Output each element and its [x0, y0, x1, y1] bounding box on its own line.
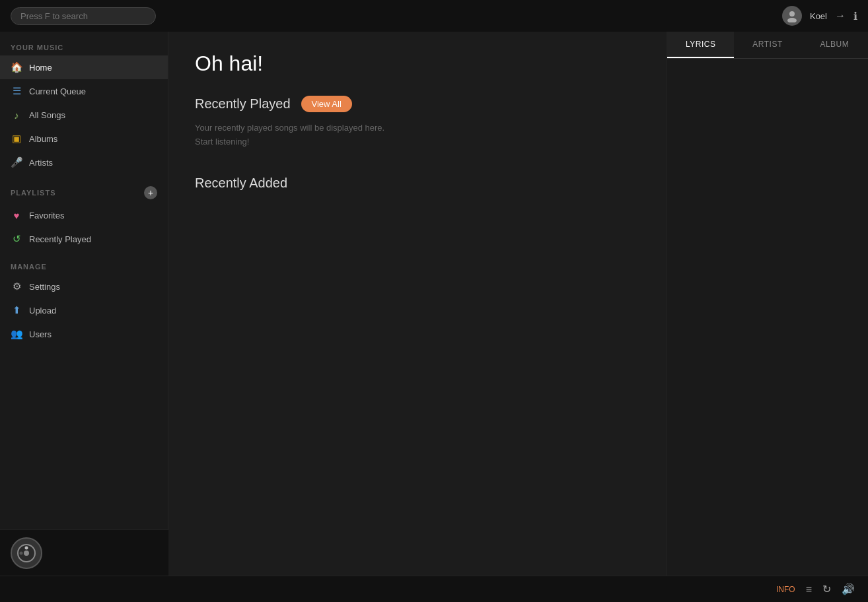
topbar-right: Koel → ℹ: [782, 6, 857, 26]
recently-played-empty-message: Your recently played songs will be displ…: [195, 121, 640, 149]
info-label[interactable]: INFO: [776, 585, 795, 594]
svg-point-0: [789, 11, 795, 17]
sidebar-item-upload[interactable]: ⬆ Upload: [0, 298, 168, 322]
sidebar-upload-label: Upload: [29, 306, 56, 316]
sidebar-artists-label: Artists: [29, 158, 53, 168]
sidebar-item-albums[interactable]: ▣ Albums: [0, 127, 168, 150]
main-content: Oh hai! Recently Played View All Your re…: [168, 32, 667, 576]
sidebar-item-home[interactable]: 🏠 Home: [0, 55, 168, 79]
svg-point-4: [25, 546, 28, 549]
page-title: Oh hai!: [195, 51, 640, 76]
volume-icon[interactable]: 🔊: [842, 583, 855, 595]
equalizer-icon[interactable]: ≡: [806, 584, 812, 595]
sidebar-item-users[interactable]: 👥 Users: [0, 322, 168, 346]
svg-point-5: [20, 551, 23, 554]
right-panel-content: [667, 59, 868, 576]
recently-played-section-header: Recently Played View All: [195, 96, 640, 112]
tab-album[interactable]: ALBUM: [801, 32, 868, 58]
upload-icon: ⬆: [11, 304, 22, 316]
sidebar-favorites-label: Favorites: [29, 211, 64, 220]
manage-label: MANAGE: [0, 251, 168, 275]
recently-added-title: Recently Added: [195, 176, 287, 191]
sidebar-item-recently-played[interactable]: ↺ Recently Played: [0, 227, 168, 251]
sidebar-item-current-queue[interactable]: ☰ Current Queue: [0, 79, 168, 103]
favorites-icon: ♥: [11, 209, 22, 221]
main-layout: YOUR MUSIC 🏠 Home ☰ Current Queue ♪ All …: [0, 32, 868, 576]
add-playlist-button[interactable]: +: [144, 186, 157, 199]
topbar: Koel → ℹ: [0, 0, 868, 32]
recently-played-title: Recently Played: [195, 96, 291, 112]
username-label: Koel: [810, 11, 827, 21]
playlists-label: PLAYLISTS: [11, 189, 56, 197]
sidebar-item-settings[interactable]: ⚙ Settings: [0, 275, 168, 298]
playlists-header: PLAYLISTS +: [0, 174, 168, 203]
info-icon[interactable]: ℹ: [853, 10, 857, 22]
svg-point-3: [24, 551, 29, 556]
logout-icon[interactable]: →: [835, 10, 846, 22]
player-thumbnail[interactable]: [11, 537, 42, 569]
sidebar-item-favorites[interactable]: ♥ Favorites: [0, 203, 168, 227]
artists-icon: 🎤: [11, 156, 22, 168]
sidebar-home-label: Home: [29, 63, 52, 73]
albums-icon: ▣: [11, 133, 22, 145]
sidebar-item-all-songs[interactable]: ♪ All Songs: [0, 103, 168, 127]
songs-icon: ♪: [11, 109, 22, 121]
sidebar-songs-label: All Songs: [29, 110, 65, 120]
queue-icon: ☰: [11, 85, 22, 97]
view-all-button[interactable]: View All: [301, 96, 352, 112]
right-panel: LYRICS ARTIST ALBUM: [667, 32, 868, 576]
svg-point-1: [787, 18, 797, 22]
home-icon: 🏠: [11, 61, 22, 73]
status-bar: INFO ≡ ↻ 🔊: [0, 576, 868, 602]
sidebar-users-label: Users: [29, 329, 52, 339]
sidebar-nav: YOUR MUSIC 🏠 Home ☰ Current Queue ♪ All …: [0, 32, 168, 576]
sidebar: YOUR MUSIC 🏠 Home ☰ Current Queue ♪ All …: [0, 32, 168, 576]
sidebar-albums-label: Albums: [29, 134, 57, 144]
tab-lyrics[interactable]: LYRICS: [667, 32, 734, 58]
avatar: [782, 6, 802, 26]
recently-added-section-header: Recently Added: [195, 176, 640, 191]
sidebar-settings-label: Settings: [29, 282, 60, 292]
your-music-label: YOUR MUSIC: [0, 32, 168, 55]
sidebar-item-artists[interactable]: 🎤 Artists: [0, 150, 168, 174]
tab-artist[interactable]: ARTIST: [734, 32, 801, 58]
users-icon: 👥: [11, 328, 22, 340]
repeat-icon[interactable]: ↻: [822, 583, 831, 595]
settings-icon: ⚙: [11, 281, 22, 292]
sidebar-queue-label: Current Queue: [29, 86, 86, 96]
player-bar: [0, 529, 168, 576]
search-input[interactable]: [11, 7, 156, 25]
recently-played-icon: ↺: [11, 233, 22, 245]
right-tabs: LYRICS ARTIST ALBUM: [667, 32, 868, 59]
sidebar-recently-label: Recently Played: [29, 234, 91, 244]
